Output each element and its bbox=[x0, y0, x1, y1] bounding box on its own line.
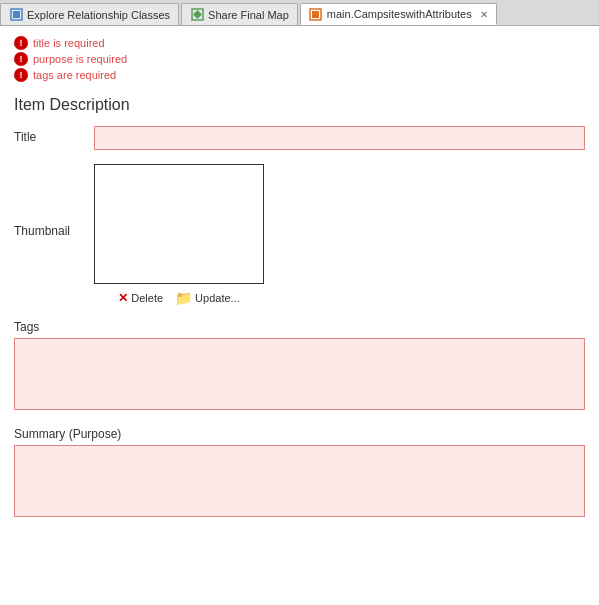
error-icon-purpose: ! bbox=[14, 52, 28, 66]
error-icon-title: ! bbox=[14, 36, 28, 50]
thumbnail-actions: ✕ Delete 📁 Update... bbox=[118, 290, 239, 306]
delete-label: Delete bbox=[131, 292, 163, 304]
update-label: Update... bbox=[195, 292, 240, 304]
update-button[interactable]: 📁 Update... bbox=[175, 290, 240, 306]
delete-x-icon: ✕ bbox=[118, 291, 128, 305]
tab-bar: Explore Relationship Classes Share Final… bbox=[0, 0, 599, 26]
error-text-tags: tags are required bbox=[33, 69, 116, 81]
thumbnail-label: Thumbnail bbox=[14, 164, 94, 238]
explore-icon bbox=[9, 8, 23, 22]
main-content: ! title is required ! purpose is require… bbox=[0, 26, 599, 605]
section-title: Item Description bbox=[14, 96, 585, 114]
title-input[interactable] bbox=[94, 126, 585, 150]
error-item-title: ! title is required bbox=[14, 36, 585, 50]
error-text-title: title is required bbox=[33, 37, 105, 49]
validation-errors: ! title is required ! purpose is require… bbox=[14, 36, 585, 82]
delete-button[interactable]: ✕ Delete bbox=[118, 291, 163, 305]
tab-explore-label: Explore Relationship Classes bbox=[27, 9, 170, 21]
tab-main-label: main.CampsiteswithAttributes bbox=[327, 8, 472, 20]
thumbnail-wrap: ✕ Delete 📁 Update... bbox=[94, 164, 264, 306]
tags-textarea[interactable] bbox=[14, 338, 585, 410]
svg-marker-3 bbox=[193, 10, 202, 19]
thumbnail-row: Thumbnail ✕ Delete 📁 Update... bbox=[14, 164, 585, 306]
error-text-purpose: purpose is required bbox=[33, 53, 127, 65]
summary-section: Summary (Purpose) bbox=[14, 427, 585, 520]
svg-rect-5 bbox=[312, 11, 319, 18]
tab-share[interactable]: Share Final Map bbox=[181, 3, 298, 25]
summary-label: Summary (Purpose) bbox=[14, 427, 585, 441]
tab-main-close[interactable]: ✕ bbox=[480, 9, 488, 20]
title-row: Title bbox=[14, 126, 585, 150]
share-icon bbox=[190, 8, 204, 22]
title-label: Title bbox=[14, 126, 94, 144]
svg-rect-1 bbox=[13, 11, 20, 18]
error-icon-tags: ! bbox=[14, 68, 28, 82]
main-icon bbox=[309, 7, 323, 21]
title-input-wrap bbox=[94, 126, 585, 150]
tab-share-label: Share Final Map bbox=[208, 9, 289, 21]
error-item-purpose: ! purpose is required bbox=[14, 52, 585, 66]
tab-main[interactable]: main.CampsiteswithAttributes ✕ bbox=[300, 3, 497, 25]
thumbnail-box bbox=[94, 164, 264, 284]
tab-explore[interactable]: Explore Relationship Classes bbox=[0, 3, 179, 25]
tags-section: Tags bbox=[14, 320, 585, 413]
tags-label: Tags bbox=[14, 320, 585, 334]
folder-icon: 📁 bbox=[175, 290, 192, 306]
summary-textarea[interactable] bbox=[14, 445, 585, 517]
error-item-tags: ! tags are required bbox=[14, 68, 585, 82]
